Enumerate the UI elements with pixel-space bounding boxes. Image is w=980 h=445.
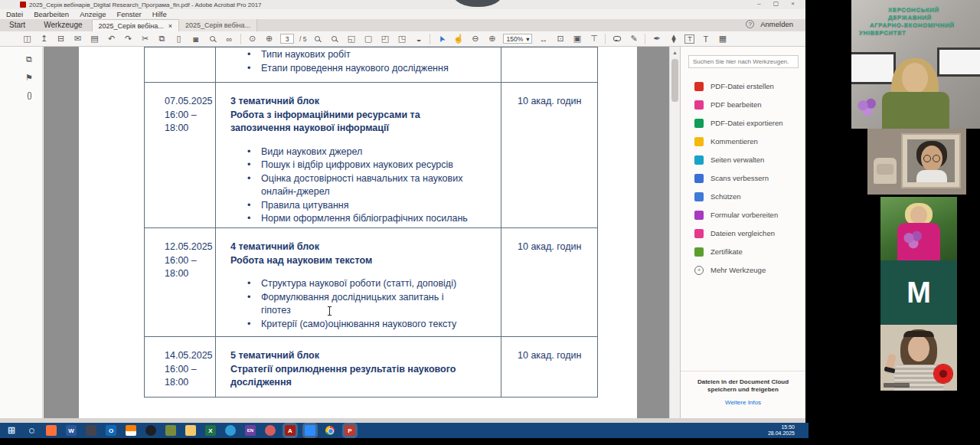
print-icon[interactable]: ⊟ bbox=[55, 34, 67, 44]
zoom-taskbar-icon[interactable] bbox=[305, 425, 315, 436]
excel-icon[interactable]: X bbox=[205, 425, 216, 436]
snapshot-icon[interactable]: ◙ bbox=[190, 34, 201, 44]
scrolling-view-icon[interactable]: ◰ bbox=[379, 34, 390, 44]
red-app-icon[interactable] bbox=[265, 425, 276, 436]
zoom-level-dropdown[interactable]: 150% ▾ bbox=[503, 34, 532, 44]
email-icon[interactable]: ✉ bbox=[72, 34, 83, 44]
cut-icon[interactable]: ✂ bbox=[139, 34, 151, 44]
taskbar-search-icon[interactable] bbox=[26, 425, 37, 436]
video-tile-participant-3[interactable] bbox=[880, 197, 957, 260]
next-page-icon[interactable]: ⊕ bbox=[263, 34, 275, 44]
page-number-input[interactable] bbox=[280, 34, 294, 44]
tool-protect[interactable]: Schützen bbox=[694, 191, 805, 202]
tool-organize-pages[interactable]: Seiten verwalten bbox=[694, 154, 805, 165]
undo-icon[interactable]: ↶ bbox=[106, 34, 117, 44]
firefox-icon[interactable] bbox=[46, 425, 57, 436]
video-tile-participant-2[interactable] bbox=[867, 129, 966, 195]
doc-tab-2[interactable]: 2025_Серія вебіна... bbox=[179, 19, 257, 31]
tool-edit-pdf[interactable]: PDF bearbeiten bbox=[694, 99, 805, 110]
toolbar-separator bbox=[605, 34, 606, 44]
stamp-icon[interactable]: ✒ bbox=[651, 34, 662, 44]
video-tile-speaker[interactable]: ХЕРСОНСЬКИЙ ДЕРЖАВНИЙ АГРАРНО-ЕКОНОМІЧНИ… bbox=[851, 0, 980, 129]
signin-button[interactable]: Anmelden bbox=[760, 20, 793, 28]
attachments-icon[interactable] bbox=[23, 90, 35, 102]
attach-file-icon[interactable]: ▤ bbox=[89, 34, 100, 44]
word-icon[interactable]: W bbox=[66, 425, 77, 436]
loupe-icon[interactable] bbox=[328, 34, 340, 44]
tool-more-tools[interactable]: +Mehr Werkzeuge bbox=[694, 264, 805, 276]
search-icon[interactable] bbox=[207, 34, 218, 44]
tool-compare-files[interactable]: Dateien vergleichen bbox=[694, 227, 805, 239]
save-icon[interactable]: ◫ bbox=[21, 34, 33, 44]
menu-datei[interactable]: Datei bbox=[6, 10, 23, 18]
zoom-out-icon[interactable]: ⊖ bbox=[469, 34, 481, 44]
sign-icon[interactable]: ⧫ bbox=[668, 34, 679, 44]
single-page-view-icon[interactable]: ▢ bbox=[362, 34, 374, 44]
acrobat-taskbar-icon[interactable]: A bbox=[285, 425, 296, 436]
doc-tab-1[interactable]: 2025_Серія вебіна... × bbox=[92, 19, 179, 31]
read-mode-icon[interactable]: ◒ bbox=[413, 34, 424, 44]
tool-prepare-form[interactable]: Formular vorbereiten bbox=[694, 209, 805, 221]
text-field-icon[interactable]: T bbox=[684, 34, 694, 44]
hand-tool-icon[interactable]: ☝ bbox=[452, 34, 464, 44]
comment-icon[interactable] bbox=[611, 34, 622, 44]
tab-start[interactable]: Start bbox=[0, 18, 34, 31]
obs-icon[interactable] bbox=[145, 425, 156, 436]
tool-comment[interactable]: Kommentieren bbox=[694, 136, 805, 147]
video-tile-participant-5[interactable] bbox=[880, 325, 957, 391]
select-tool-icon[interactable]: ➤ bbox=[434, 31, 449, 47]
upload-cloud-icon[interactable]: ↥ bbox=[38, 34, 50, 44]
maximize-button[interactable]: ▢ bbox=[773, 0, 779, 7]
add-text-icon[interactable]: T bbox=[700, 34, 711, 44]
tool-certificates[interactable]: Zertifikate bbox=[694, 246, 805, 257]
menu-hilfe[interactable]: Hilfe bbox=[152, 10, 167, 18]
scroll-up-icon[interactable]: ▲ bbox=[672, 50, 678, 55]
powerpoint-icon[interactable]: P bbox=[345, 425, 355, 436]
tool-export-pdf[interactable]: PDF-Datei exportieren bbox=[694, 117, 805, 129]
file-explorer-icon[interactable] bbox=[185, 425, 196, 436]
privacy-app-icon[interactable] bbox=[86, 425, 96, 436]
fit-width-icon[interactable]: ↔ bbox=[537, 34, 549, 44]
tool-enhance-scans[interactable]: Scans verbessern bbox=[694, 172, 805, 184]
green-app-icon[interactable] bbox=[165, 425, 176, 436]
tool-create-pdf[interactable]: PDF-Datei erstellen bbox=[694, 80, 805, 92]
video-tile-participant-4[interactable]: M bbox=[880, 260, 957, 325]
chrome-icon[interactable] bbox=[325, 425, 335, 436]
vlc-icon[interactable] bbox=[126, 425, 136, 436]
scrollbar-thumb[interactable] bbox=[671, 59, 678, 102]
menu-fenster[interactable]: Fenster bbox=[116, 10, 141, 18]
compare-files-icon bbox=[694, 229, 704, 238]
paste-icon[interactable]: ▯ bbox=[173, 34, 185, 44]
zoom-in-icon[interactable]: ⊕ bbox=[486, 34, 498, 44]
start-button-icon[interactable]: ⊞ bbox=[6, 425, 17, 436]
previous-page-icon[interactable]: ⊙ bbox=[247, 34, 258, 44]
fit-page-icon[interactable]: ⊡ bbox=[554, 34, 566, 44]
pencil-icon[interactable]: ✎ bbox=[628, 34, 639, 44]
copy-icon[interactable]: ⧉ bbox=[156, 34, 168, 44]
tools-search-input[interactable] bbox=[688, 55, 799, 68]
add-image-icon[interactable]: ▦ bbox=[717, 34, 728, 44]
two-page-view-icon[interactable]: ◳ bbox=[396, 34, 407, 44]
more-info-link[interactable]: Weitere Infos bbox=[725, 399, 761, 406]
en-app-icon[interactable]: EN bbox=[245, 425, 256, 436]
tab-werkzeuge[interactable]: Werkzeuge bbox=[34, 18, 91, 31]
page-thumbnails-view-icon[interactable]: ◱ bbox=[345, 34, 357, 44]
help-icon[interactable]: ? bbox=[746, 20, 754, 28]
vertical-scrollbar[interactable]: ▲ bbox=[669, 47, 680, 418]
doc-tab-1-close-icon[interactable]: × bbox=[168, 22, 172, 30]
close-button[interactable]: × bbox=[791, 0, 795, 7]
menu-anzeige[interactable]: Anzeige bbox=[80, 10, 106, 18]
marquee-zoom-icon[interactable] bbox=[312, 34, 323, 44]
redo-icon[interactable]: ↷ bbox=[122, 34, 134, 44]
presentation-icon[interactable]: ⊤ bbox=[588, 34, 599, 44]
taskbar-clock[interactable]: 15:50 28.04.2025 bbox=[768, 424, 795, 437]
outlook-icon[interactable]: O bbox=[106, 425, 116, 436]
telegram-icon[interactable] bbox=[225, 425, 236, 436]
menu-bearbeiten[interactable]: Bearbeiten bbox=[34, 10, 69, 18]
minimize-button[interactable]: – bbox=[757, 0, 760, 7]
fullscreen-icon[interactable]: ▣ bbox=[571, 34, 583, 44]
page-thumbnails-icon[interactable]: ⧉ bbox=[23, 53, 35, 65]
find-icon[interactable]: ∞ bbox=[224, 34, 235, 44]
bookmarks-icon[interactable]: ⚑ bbox=[23, 71, 35, 83]
block-subtitle: Стратегії оприлюднення результатів науко… bbox=[230, 363, 475, 390]
